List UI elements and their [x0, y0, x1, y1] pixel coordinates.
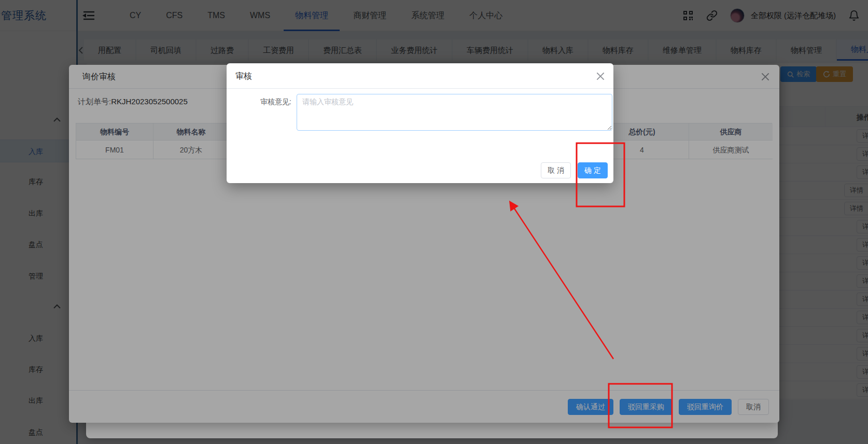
review-modal: 审核 审核意见: 取 消 确 定	[227, 63, 613, 183]
confirm-button[interactable]: 确 定	[578, 162, 608, 178]
close-icon[interactable]	[595, 71, 606, 82]
review-modal-footer: 取 消 确 定	[227, 158, 613, 183]
review-opinion-input[interactable]	[297, 94, 612, 131]
review-modal-header: 审核	[227, 63, 613, 89]
cancel-button[interactable]: 取 消	[541, 162, 571, 178]
review-opinion-label: 审核意见:	[260, 98, 291, 107]
review-modal-title: 审核	[235, 63, 252, 89]
